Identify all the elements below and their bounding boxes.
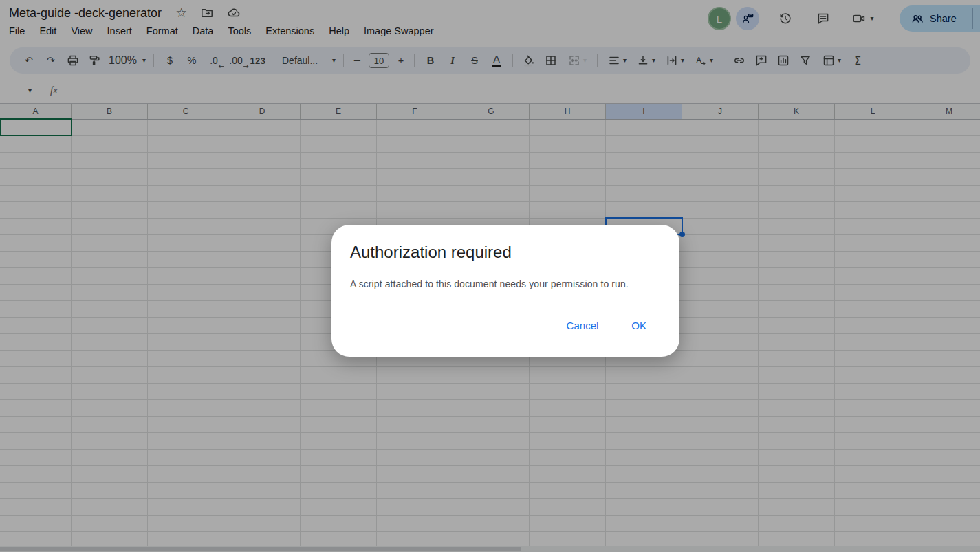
dialog-title: Authorization required [350, 243, 512, 262]
dialog-actions: Cancel OK [567, 320, 646, 331]
authorization-dialog: Authorization required A script attached… [331, 225, 679, 357]
google-sheets-app: Meta-guide -deck-generator ☆ FileEditVie… [0, 0, 980, 552]
cancel-button[interactable]: Cancel [567, 320, 599, 331]
dialog-message: A script attached to this document needs… [350, 278, 629, 289]
ok-button[interactable]: OK [631, 320, 646, 331]
